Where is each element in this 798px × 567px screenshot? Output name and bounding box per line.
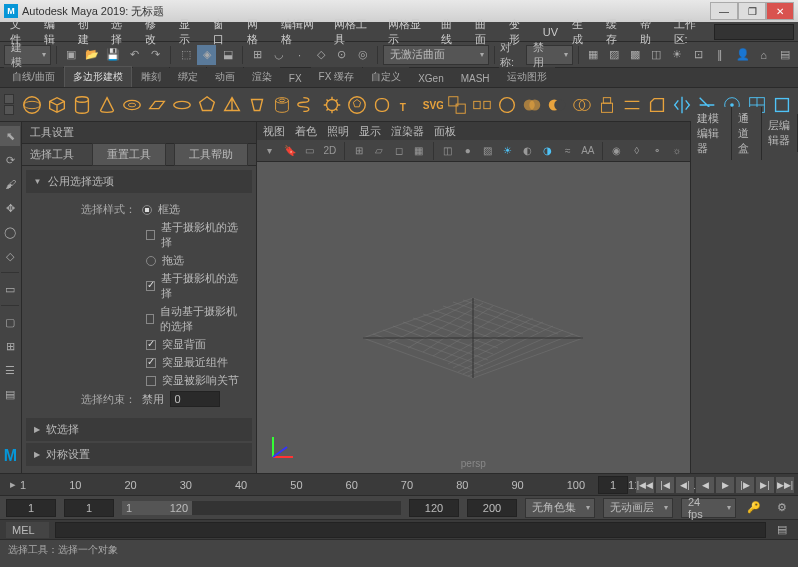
- minimize-button[interactable]: —: [710, 2, 738, 20]
- shelf-tab-11[interactable]: 运动图形: [499, 67, 555, 87]
- shelf-opt-icon[interactable]: [4, 94, 14, 104]
- poly-pyramid-icon[interactable]: [220, 91, 243, 119]
- close-button[interactable]: ✕: [766, 2, 794, 20]
- shelf-tab-7[interactable]: FX 缓存: [311, 67, 363, 87]
- layout-single-icon[interactable]: ▢: [0, 312, 20, 332]
- highlight-bg-checkbox[interactable]: [146, 340, 156, 350]
- vp-menu-渲染器[interactable]: 渲染器: [391, 124, 424, 139]
- poly-cylinder-icon[interactable]: [70, 91, 93, 119]
- vp-exposure-icon[interactable]: ☼: [668, 142, 686, 160]
- shelf-tab-10[interactable]: MASH: [453, 70, 498, 87]
- snap-center-icon[interactable]: ⊙: [332, 45, 351, 65]
- go-end-icon[interactable]: ▶▶|: [776, 477, 794, 493]
- panel-icon[interactable]: ⊡: [689, 45, 708, 65]
- menu-网格显示[interactable]: 网格显示: [382, 15, 434, 49]
- toggle-icon[interactable]: ‖: [710, 45, 729, 65]
- lasso-tool-icon[interactable]: ⟳: [0, 150, 20, 170]
- shelf-tab-3[interactable]: 绑定: [170, 67, 206, 87]
- anim-end-field[interactable]: [467, 499, 517, 517]
- vp-xray-icon[interactable]: ◊: [628, 142, 646, 160]
- bool-union-icon[interactable]: [521, 91, 544, 119]
- menu-帮助[interactable]: 帮助: [634, 15, 666, 49]
- vp-wireframe-icon[interactable]: ◫: [439, 142, 457, 160]
- combine-icon[interactable]: [446, 91, 469, 119]
- vp-menu-显示[interactable]: 显示: [359, 124, 381, 139]
- drag-radio[interactable]: [146, 256, 156, 266]
- poly-cone-icon[interactable]: [95, 91, 118, 119]
- hypershade-icon[interactable]: ◫: [647, 45, 666, 65]
- vp-2d-icon[interactable]: 2D: [321, 142, 339, 160]
- shelf-tab-0[interactable]: 自线/曲面: [4, 67, 63, 87]
- extrude-icon[interactable]: [596, 91, 619, 119]
- select-hier-icon[interactable]: ⬓: [218, 45, 237, 65]
- bool-inter-icon[interactable]: [571, 91, 594, 119]
- highlight-near-checkbox[interactable]: [146, 358, 156, 368]
- menu-选择[interactable]: 选择: [105, 15, 137, 49]
- soft-select-section[interactable]: 软选择: [26, 418, 252, 441]
- prefs-icon[interactable]: ⚙: [772, 498, 792, 518]
- marquee-radio[interactable]: [142, 205, 152, 215]
- svg-icon[interactable]: SVG: [421, 91, 444, 119]
- menu-创建[interactable]: 创建: [72, 15, 104, 49]
- bridge-icon[interactable]: [621, 91, 644, 119]
- shelf-tab-9[interactable]: XGen: [410, 70, 452, 87]
- poly-soccer-icon[interactable]: [345, 91, 368, 119]
- vp-menu-面板[interactable]: 面板: [434, 124, 456, 139]
- menu-显示[interactable]: 显示: [173, 15, 205, 49]
- vp-image-plane-icon[interactable]: ▭: [301, 142, 319, 160]
- menu-窗口[interactable]: 窗口: [207, 15, 239, 49]
- menu-缓存[interactable]: 缓存: [600, 15, 632, 49]
- range-bar[interactable]: 1120: [122, 501, 401, 515]
- right-tab[interactable]: 通道盒: [732, 107, 762, 160]
- separate-icon[interactable]: [471, 91, 494, 119]
- menu-UV[interactable]: UV: [537, 24, 564, 40]
- symmetry-section[interactable]: 对称设置: [26, 443, 252, 466]
- menu-网格工具[interactable]: 网格工具: [328, 15, 380, 49]
- snap-plane-icon[interactable]: ◇: [311, 45, 330, 65]
- play-fwd-icon[interactable]: ▶: [716, 477, 734, 493]
- open-icon[interactable]: 📂: [83, 45, 102, 65]
- snap-point-icon[interactable]: ·: [290, 45, 309, 65]
- current-frame-field[interactable]: [598, 476, 628, 494]
- autokey-icon[interactable]: 🔑: [744, 498, 764, 518]
- vp-shadows-icon[interactable]: ◐: [519, 142, 537, 160]
- render-icon[interactable]: ▦: [584, 45, 603, 65]
- vp-aa-icon[interactable]: AA: [579, 142, 597, 160]
- shelf-tab-6[interactable]: FX: [281, 70, 310, 87]
- ipr-icon[interactable]: ▨: [605, 45, 624, 65]
- rotate-tool-icon[interactable]: ◯: [0, 222, 20, 242]
- new-scene-icon[interactable]: ▣: [62, 45, 81, 65]
- step-fwd-icon[interactable]: |▶: [736, 477, 754, 493]
- highlight-joint-checkbox[interactable]: [146, 376, 156, 386]
- shelf-gear-icon[interactable]: [4, 105, 14, 115]
- shelf-tab-1[interactable]: 多边形建模: [64, 66, 132, 87]
- layout-outliner-icon[interactable]: ☰: [0, 360, 20, 380]
- poly-cube-icon[interactable]: [45, 91, 68, 119]
- script-lang-dropdown[interactable]: MEL: [6, 522, 49, 538]
- common-select-section[interactable]: 公用选择选项: [26, 170, 252, 193]
- poly-gear-icon[interactable]: [320, 91, 343, 119]
- poly-helix-icon[interactable]: [295, 91, 318, 119]
- reset-tool-button[interactable]: 重置工具: [92, 143, 166, 166]
- menu-网格[interactable]: 网格: [241, 15, 273, 49]
- layout-four-icon[interactable]: ⊞: [0, 336, 20, 356]
- charset-dropdown[interactable]: 无角色集: [525, 498, 595, 518]
- vp-menu-照明[interactable]: 照明: [327, 124, 349, 139]
- time-slider[interactable]: ▸ 1102030405060708090100110120 |◀◀ |◀ ◀|…: [0, 473, 798, 495]
- vp-res-gate-icon[interactable]: ◻: [390, 142, 408, 160]
- maximize-button[interactable]: ❐: [738, 2, 766, 20]
- vp-xray-joint-icon[interactable]: ⚬: [648, 142, 666, 160]
- paint-select-icon[interactable]: 🖌: [0, 174, 20, 194]
- shelf-tab-2[interactable]: 雕刻: [133, 67, 169, 87]
- symmetry-dropdown[interactable]: 禁用: [526, 45, 573, 65]
- poly-disc-icon[interactable]: [170, 91, 193, 119]
- vp-gate-mask-icon[interactable]: ▦: [410, 142, 428, 160]
- next-key-icon[interactable]: ▶|: [756, 477, 774, 493]
- platonic-icon[interactable]: [195, 91, 218, 119]
- poly-prism-icon[interactable]: [245, 91, 268, 119]
- vp-shaded-icon[interactable]: ●: [459, 142, 477, 160]
- menu-编辑网格[interactable]: 编辑网格: [275, 15, 327, 49]
- type-icon[interactable]: T: [395, 91, 418, 119]
- range-start-field[interactable]: [64, 499, 114, 517]
- vp-lights-icon[interactable]: ☀: [499, 142, 517, 160]
